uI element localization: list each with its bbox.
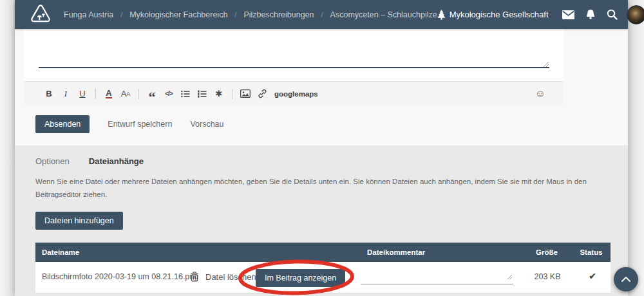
status-check-icon: ✔ — [580, 271, 605, 281]
font-size-button[interactable]: AA — [117, 86, 134, 102]
top-navbar: Funga Austria / Mykologischer Fachbereic… — [15, 0, 628, 29]
preview-button[interactable]: Vorschau — [190, 120, 223, 129]
breadcrumb-separator: / — [120, 11, 122, 19]
toolbar-divider — [138, 89, 139, 99]
show-in-post-button[interactable]: Im Beitrag anzeigen — [256, 269, 345, 287]
breadcrumb: Funga Austria / Mykologischer Fachbereic… — [64, 10, 437, 19]
mail-icon[interactable] — [562, 10, 575, 19]
breadcrumb-item[interactable]: Mykologischer Fachbereich — [129, 10, 227, 19]
options-tabs: Optionen Dateianhänge — [35, 156, 163, 166]
font-color-button[interactable]: A — [100, 86, 117, 102]
message-editor: B I U A AA “ </> — [24, 29, 564, 106]
column-header-filename: Dateiname — [35, 248, 361, 256]
add-files-button[interactable]: Dateien hinzufügen — [35, 212, 123, 230]
smiley-button[interactable]: ☺ — [535, 88, 545, 100]
editor-section: B I U A AA “ </> — [15, 29, 628, 145]
editor-resize-handle-icon[interactable] — [543, 59, 549, 70]
page-content: Funga Austria / Mykologischer Fachbereic… — [15, 0, 628, 296]
breadcrumb-separator: / — [321, 11, 323, 19]
tab-optionen[interactable]: Optionen — [35, 156, 70, 166]
link-button[interactable] — [254, 86, 270, 102]
image-button[interactable] — [237, 86, 254, 102]
underline-button[interactable]: U — [74, 86, 91, 102]
submit-button[interactable]: Absenden — [35, 115, 90, 133]
navbar-right: Mykologische Gesellschaft — [437, 5, 644, 24]
delete-file-button[interactable]: Datei löschen — [205, 272, 256, 282]
attachments-table: Dateiname Dateikommentar Größe Status Bi… — [35, 243, 611, 293]
googlemaps-button[interactable]: googlemaps — [274, 86, 318, 102]
society-link[interactable]: Mykologische Gesellschaft — [437, 10, 549, 20]
message-editor-input[interactable] — [24, 29, 564, 69]
special-character-button[interactable]: ✱ — [211, 86, 227, 102]
italic-button[interactable]: I — [57, 86, 74, 102]
chain-link-icon — [258, 89, 267, 98]
editor-actions: Absenden Entwurf speichern Vorschau — [35, 115, 224, 133]
tab-dateianhaenge[interactable]: Dateianhänge — [89, 156, 144, 166]
bullet-list-icon — [181, 90, 190, 98]
comment-resize-handle-icon[interactable] — [507, 271, 513, 282]
quote-button[interactable]: “ — [144, 86, 160, 102]
society-label: Mykologische Gesellschaft — [450, 10, 549, 19]
search-icon[interactable] — [606, 9, 619, 20]
breadcrumb-separator: / — [234, 11, 236, 19]
tree-icon — [437, 10, 446, 20]
attachments-description: Wenn Sie eine Datei oder mehrere Dateien… — [35, 175, 625, 201]
attachments-section: Optionen Dateianhänge Wenn Sie eine Date… — [15, 145, 628, 296]
editor-toolbar: B I U A AA “ </> — [24, 81, 564, 106]
bold-button[interactable]: B — [41, 86, 57, 102]
editor-focus-underline — [39, 67, 549, 68]
file-size: 203 KB — [518, 272, 576, 281]
attachment-filename: Bildschirmfoto 2020-03-19 um 08.21.16.pn… — [42, 272, 198, 281]
scroll-to-top-button[interactable] — [614, 267, 638, 291]
file-comment-input[interactable] — [361, 266, 513, 284]
ordered-list-button[interactable] — [194, 86, 211, 102]
trash-icon[interactable] — [190, 272, 199, 284]
table-row: Bildschirmfoto 2020-03-19 um 08.21.16.pn… — [35, 262, 611, 293]
toolbar-divider — [232, 89, 232, 99]
breadcrumb-item[interactable]: Pilzbeschreibungen — [243, 10, 314, 19]
toolbar-divider — [95, 89, 96, 99]
image-icon — [240, 89, 251, 98]
breadcrumb-item[interactable]: Ascomyceten – Schlauchpilze — [330, 10, 437, 19]
column-header-status: Status — [572, 248, 611, 256]
bell-icon[interactable] — [584, 9, 597, 20]
funga-austria-logo-icon[interactable] — [29, 3, 52, 27]
code-button[interactable]: </> — [160, 86, 177, 102]
breadcrumb-item[interactable]: Funga Austria — [64, 10, 113, 19]
column-header-comment: Dateikommentar — [361, 248, 522, 256]
column-header-size: Größe — [522, 248, 572, 256]
numbered-list-icon — [198, 90, 207, 98]
table-header-row: Dateiname Dateikommentar Größe Status — [35, 243, 611, 262]
chevron-up-icon — [621, 276, 631, 282]
save-draft-button[interactable]: Entwurf speichern — [108, 120, 172, 129]
user-avatar[interactable] — [627, 5, 644, 24]
unordered-list-button[interactable] — [177, 86, 194, 102]
